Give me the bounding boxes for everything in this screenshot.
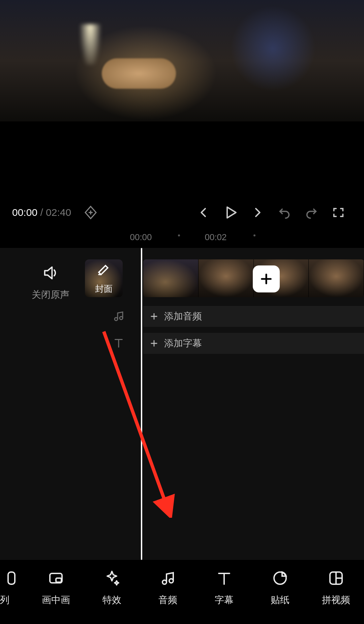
music-track-icon [111, 309, 126, 323]
cover-button[interactable]: 封面 [85, 259, 123, 297]
undo-button[interactable] [271, 202, 298, 223]
preview-frame [0, 0, 364, 121]
fullscreen-button[interactable] [325, 202, 352, 223]
svg-rect-14 [8, 572, 15, 584]
svg-rect-16 [56, 578, 61, 582]
timecode: 00:00 / 02:40 [12, 207, 71, 218]
tool-label: 列 [0, 594, 9, 606]
music-note-icon [158, 569, 177, 588]
tool-label: 字幕 [215, 594, 234, 606]
ruler-tick: 00:00 [130, 232, 152, 243]
redo-button[interactable] [298, 202, 325, 223]
tool-effects[interactable]: 特效 [84, 569, 140, 606]
svg-marker-2 [227, 207, 236, 218]
tool-collage[interactable]: 拼视频 [308, 569, 364, 606]
time-separator: / [37, 207, 46, 218]
tool-sticker[interactable]: 贴纸 [252, 569, 308, 606]
time-ruler[interactable]: 00:00 00:02 [0, 230, 364, 244]
clip-thumbnail [309, 259, 364, 297]
mute-label: 关闭原声 [24, 288, 78, 301]
mute-original-button[interactable]: 关闭原声 [24, 264, 78, 301]
tool-audio[interactable]: 音频 [140, 569, 196, 606]
cover-label: 封面 [95, 283, 113, 295]
music-note-icon [113, 310, 125, 322]
plus-icon [149, 339, 159, 348]
rect-icon [0, 569, 19, 588]
next-button[interactable] [244, 202, 271, 223]
clip-thumbnail [143, 259, 199, 297]
clip-thumbnail [199, 259, 254, 297]
add-audio-track[interactable]: 添加音频 [143, 306, 364, 327]
plus-icon [149, 312, 159, 321]
duration: 02:40 [46, 207, 71, 218]
tool-pip[interactable]: 画中画 [28, 569, 84, 606]
add-audio-label: 添加音频 [164, 310, 202, 323]
edit-icon [97, 263, 111, 276]
annotation-arrow [101, 329, 175, 518]
grid-icon [327, 569, 345, 588]
current-time: 00:00 [12, 207, 37, 218]
ruler-tick: 00:02 [205, 232, 226, 243]
play-button[interactable] [217, 202, 244, 223]
transport-bar: 00:00 / 02:40 [0, 199, 364, 226]
timeline[interactable]: 关闭原声 封面 添加音频 [0, 248, 364, 560]
add-subtitle-track[interactable]: 添加字幕 [143, 333, 364, 354]
tool-cut-partial[interactable]: 列 [0, 569, 28, 606]
tool-label: 画中画 [42, 594, 70, 606]
prev-button[interactable] [190, 202, 217, 223]
video-preview[interactable] [0, 0, 364, 140]
keyframe-button[interactable] [83, 204, 99, 221]
text-icon [113, 337, 125, 349]
playhead[interactable] [141, 248, 142, 560]
add-subtitle-label: 添加字幕 [164, 337, 202, 350]
tool-label: 音频 [158, 594, 177, 606]
text-icon [215, 569, 234, 588]
ruler-dot [253, 234, 255, 236]
text-track-icon [111, 336, 126, 350]
svg-line-13 [104, 332, 169, 511]
tool-label: 特效 [102, 594, 121, 606]
tool-label: 贴纸 [271, 594, 290, 606]
tool-subtitle[interactable]: 字幕 [196, 569, 252, 606]
tool-label: 拼视频 [322, 594, 350, 606]
plus-icon [260, 272, 273, 286]
speaker-icon [24, 264, 78, 283]
pip-icon [47, 569, 65, 588]
ruler-dot [178, 234, 180, 236]
add-clip-button[interactable] [253, 265, 280, 292]
sticker-icon [271, 569, 290, 588]
sparkle-icon [102, 569, 121, 588]
bottom-toolbar: 列 画中画 特效 音频 字幕 贴纸 拼视频 [0, 560, 364, 624]
